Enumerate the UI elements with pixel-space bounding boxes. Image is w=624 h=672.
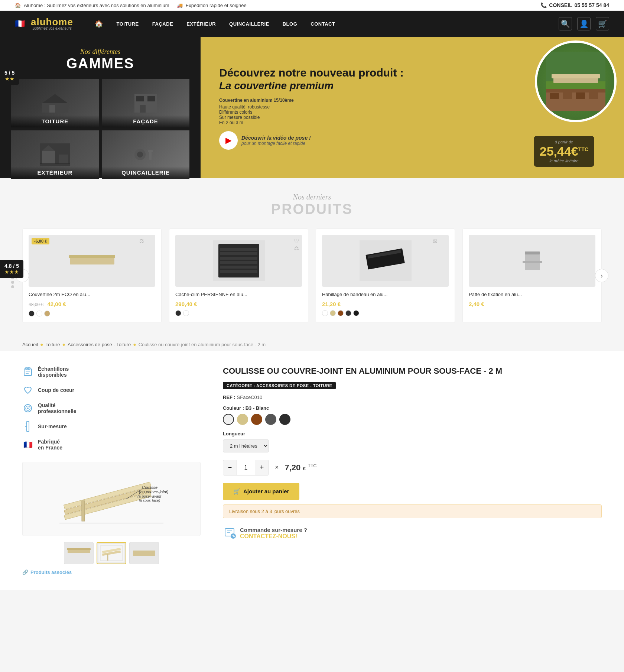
- product-name-3: Habillage de bandeau en alu...: [322, 291, 449, 298]
- color-gris-fonce[interactable]: [279, 414, 290, 425]
- product-colors-3: [322, 310, 449, 316]
- nav-contact[interactable]: CONTACT: [304, 11, 342, 37]
- price-value: 25,44€TTC: [540, 144, 588, 159]
- color-dot-white[interactable]: [36, 311, 42, 316]
- rating-stars-bottom: ★★★: [4, 269, 19, 275]
- compare-icon-1[interactable]: ⚖: [139, 238, 144, 244]
- shipping-icon: 🚚: [177, 3, 183, 8]
- add-to-cart-button[interactable]: 🛒 Ajouter au panier: [223, 483, 299, 500]
- color-section: Couleur : B3 - Blanc: [223, 405, 602, 425]
- custom-contact-link[interactable]: CONTACTEZ-NOUS!: [240, 533, 297, 539]
- compare-icon-2[interactable]: ⚖: [294, 245, 299, 251]
- feature-france-label: Fabriquéen France: [38, 439, 62, 451]
- logo[interactable]: aluhome Sublimez vos extérieurs: [31, 17, 73, 30]
- breadcrumb-toiture[interactable]: Toiture: [45, 342, 60, 347]
- product-name-4: Patte de fixation en alu...: [469, 291, 595, 298]
- nav-toiture[interactable]: TOITURE: [110, 11, 145, 37]
- color-dot-b3[interactable]: [338, 310, 344, 316]
- product-associated[interactable]: 🔗 Produits associés: [22, 569, 201, 575]
- color-dot-dark-2[interactable]: [175, 310, 181, 316]
- product-card-3[interactable]: ⚖ Habillage de bandeau en alu... 21,20 €: [316, 228, 455, 323]
- mesure-icon: [22, 421, 33, 432]
- top-bar-message: 🏠 Aluhome : Sublimez vos extérieurs avec…: [15, 3, 247, 8]
- breadcrumb-accueil[interactable]: Accueil: [22, 342, 38, 347]
- svg-rect-32: [220, 252, 257, 255]
- rating-badge-top: 5 / 5 ★★: [0, 67, 19, 85]
- length-section: Longueur 2 m linéaires: [223, 431, 602, 452]
- product-card-1[interactable]: -6,00 € ⚖ Couvertine 2m ECO en alu... 48…: [22, 228, 162, 323]
- dot-5[interactable]: [11, 281, 14, 284]
- svg-rect-43: [523, 261, 542, 263]
- breadcrumb-accessoires[interactable]: Accessoires de pose - Toiture: [68, 342, 131, 347]
- youtube-play-button[interactable]: ▶: [219, 131, 238, 150]
- thumb-1[interactable]: [64, 542, 94, 564]
- produits-label: PRODUITS: [22, 201, 602, 217]
- hero-title: Découvrez notre nouveau produit :: [219, 65, 405, 80]
- heart-icon: [22, 384, 33, 396]
- wishlist-icon-2[interactable]: ♡: [294, 238, 299, 245]
- feature-echantillons-label: Échantillonsdisponibles: [38, 366, 69, 378]
- svg-point-51: [27, 408, 29, 409]
- color-dot-dark[interactable]: [29, 311, 35, 316]
- product-card-4[interactable]: Patte de fixation en alu... 2,40 €: [462, 228, 602, 323]
- circle-image: [537, 43, 614, 120]
- nav-facade[interactable]: FAÇADE: [146, 11, 180, 37]
- feature-sur-mesure: Sur-mesure: [22, 421, 201, 432]
- length-select[interactable]: 2 m linéaires: [223, 439, 269, 452]
- custom-text-block: Commande sur-mesure ? CONTACTEZ-NOUS!: [240, 527, 307, 540]
- color-dot-s3[interactable]: [330, 310, 336, 316]
- echantillons-icon: [22, 366, 33, 377]
- hero-section: Nos différentes GAMMES TOITURE: [0, 37, 624, 178]
- top-bar-phone[interactable]: 📞 CONSEIL 05 55 57 54 84: [540, 2, 609, 8]
- svg-text:(à poser avant: (à poser avant: [137, 494, 162, 499]
- video-sub: pour un montage facile et rapide: [241, 141, 311, 146]
- gamme-facade[interactable]: FAÇADE: [102, 79, 189, 127]
- color-marron[interactable]: [251, 414, 262, 425]
- color-dot-d3[interactable]: [353, 310, 359, 316]
- facade-image: [131, 92, 160, 114]
- dot-6[interactable]: [11, 285, 14, 288]
- quantity-decrease-button[interactable]: −: [223, 460, 237, 475]
- rating-stars-top: ★★: [4, 76, 14, 82]
- color-sable[interactable]: [237, 414, 248, 425]
- hero-right: Découvrez notre nouveau produit : La cou…: [201, 37, 624, 178]
- color-dot-a3[interactable]: [345, 310, 351, 316]
- nav-blog[interactable]: BLOG: [276, 11, 304, 37]
- search-button[interactable]: 🔍: [559, 17, 572, 30]
- color-blanc[interactable]: [223, 414, 234, 425]
- feature-mesure-label: Sur-mesure: [38, 423, 67, 429]
- cart-button[interactable]: 🛒: [596, 17, 609, 30]
- svg-rect-42: [525, 251, 540, 254]
- thumb-2[interactable]: [97, 542, 126, 564]
- color-dot-sand[interactable]: [44, 311, 50, 316]
- color-dot-w3[interactable]: [322, 310, 328, 316]
- nos-derniers-label: Nos derniers: [22, 193, 602, 201]
- nav-quincaillerie[interactable]: QUINCAILLERIE: [222, 11, 276, 37]
- exterieur-image: [40, 143, 70, 166]
- svg-rect-31: [220, 248, 257, 251]
- quantity-increase-button[interactable]: +: [255, 460, 269, 475]
- svg-rect-2: [49, 105, 55, 113]
- color-dot-white-2[interactable]: [183, 310, 189, 316]
- color-anthracite[interactable]: [265, 414, 276, 425]
- nav-home[interactable]: 🏠: [88, 11, 110, 37]
- video-badge[interactable]: ▶ Découvrir la vidéo de pose ! pour un m…: [219, 131, 405, 150]
- product-img-3: ⚖: [322, 235, 449, 287]
- gamme-exterieur-label: EXTÉRIEUR: [11, 166, 99, 179]
- flag-icon: 🇫🇷: [15, 19, 25, 29]
- thumb-3[interactable]: [129, 542, 159, 564]
- gamme-toiture[interactable]: TOITURE: [11, 79, 99, 127]
- product-card-2[interactable]: ♡ ⚖ Cache-clim PERSIENNE en alu... 290,: [169, 228, 308, 323]
- feature-qualite: Qualitéprofessionnelle: [22, 402, 201, 414]
- svg-rect-19: [552, 74, 600, 78]
- carousel-next-button[interactable]: ›: [595, 269, 608, 282]
- quantity-input[interactable]: [237, 460, 255, 475]
- phone-icon: 📞: [540, 2, 547, 8]
- product-title: COULISSE OU COUVRE-JOINT EN ALUMINIUM PO…: [223, 366, 602, 377]
- nav-exterieur[interactable]: EXTÉRIEUR: [180, 11, 222, 37]
- gamme-quincaillerie[interactable]: QUINCAILLERIE: [102, 130, 189, 179]
- account-button[interactable]: 👤: [577, 17, 591, 30]
- gamme-exterieur[interactable]: EXTÉRIEUR: [11, 130, 99, 179]
- france-flag-icon: 🇫🇷: [22, 439, 33, 450]
- compare-icon-3[interactable]: ⚖: [433, 238, 438, 244]
